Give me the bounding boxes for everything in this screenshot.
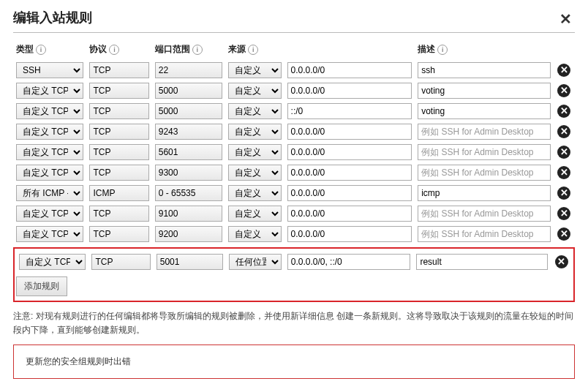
note-text: 注意: 对现有规则进行的任何编辑都将导致所编辑的规则被删除，并使用新详细信息 创… (13, 309, 575, 337)
col-desc: 描述i (415, 40, 554, 60)
source-type-select[interactable]: 自定义 (228, 103, 281, 119)
source-type-select[interactable]: 任何位置 (229, 254, 282, 270)
type-select[interactable]: 自定义 TCP 规 (16, 206, 83, 222)
col-source: 来源i (225, 40, 415, 60)
description-input[interactable] (418, 226, 551, 242)
protocol-input[interactable] (89, 103, 148, 119)
type-select[interactable]: SSH (16, 62, 83, 78)
type-select[interactable]: 自定义 TCP 规 (16, 103, 83, 119)
port-input[interactable] (155, 165, 222, 181)
protocol-input[interactable] (91, 254, 150, 270)
port-input[interactable] (155, 124, 222, 140)
source-ip-input[interactable] (287, 226, 412, 242)
protocol-input[interactable] (89, 62, 148, 78)
source-ip-input[interactable] (287, 254, 411, 270)
description-input[interactable] (418, 144, 551, 160)
info-icon[interactable]: i (109, 45, 119, 55)
description-input[interactable] (418, 83, 551, 99)
table-row: 自定义 TCP 规自定义✕ (13, 80, 575, 101)
protocol-input[interactable] (89, 226, 148, 242)
source-type-select[interactable]: 自定义 (228, 165, 281, 181)
protocol-input[interactable] (89, 206, 148, 222)
info-icon[interactable]: i (192, 45, 203, 55)
type-select[interactable]: 自定义 TCP 规 (19, 254, 86, 270)
port-input[interactable] (155, 144, 222, 160)
delete-rule-icon[interactable]: ✕ (557, 207, 570, 220)
source-ip-input[interactable] (287, 83, 412, 99)
port-input[interactable] (155, 103, 222, 119)
info-icon[interactable]: i (437, 45, 448, 55)
table-row: 自定义 TCP 规自定义✕ (13, 224, 575, 244)
protocol-input[interactable] (89, 144, 148, 160)
description-input[interactable] (418, 124, 551, 140)
port-input[interactable] (155, 185, 222, 201)
table-row: 自定义 TCP 规自定义✕ (13, 203, 575, 224)
col-port: 端口范围i (152, 40, 225, 60)
col-protocol: 协议i (86, 40, 151, 60)
source-ip-input[interactable] (287, 185, 412, 201)
port-input[interactable] (155, 83, 222, 99)
source-type-select[interactable]: 自定义 (228, 124, 281, 140)
type-select[interactable]: 自定义 TCP 规 (16, 83, 83, 99)
source-ip-input[interactable] (287, 103, 412, 119)
description-input[interactable] (416, 254, 548, 270)
add-rule-button[interactable]: 添加规则 (16, 276, 67, 296)
delete-rule-icon[interactable]: ✕ (557, 105, 570, 118)
description-input[interactable] (418, 206, 551, 222)
type-select[interactable]: 所有 ICMP - IPv4 (16, 185, 83, 201)
dialog-title: 编辑入站规则 (13, 9, 575, 26)
description-input[interactable] (418, 165, 551, 181)
type-select[interactable]: 自定义 TCP 规 (16, 124, 83, 140)
table-row: 自定义 TCP 规自定义✕ (13, 162, 575, 183)
source-ip-input[interactable] (287, 165, 412, 181)
description-input[interactable] (418, 103, 551, 119)
port-input[interactable] (155, 226, 222, 242)
source-ip-input[interactable] (287, 206, 412, 222)
table-row: 自定义 TCP 规自定义✕ (13, 142, 575, 162)
info-icon[interactable]: i (36, 45, 46, 55)
description-input[interactable] (418, 185, 551, 201)
delete-rule-icon[interactable]: ✕ (557, 84, 570, 97)
source-type-select[interactable]: 自定义 (228, 144, 281, 160)
source-type-select[interactable]: 自定义 (228, 185, 281, 201)
description-input[interactable] (418, 62, 551, 78)
source-ip-input[interactable] (287, 62, 412, 78)
type-select[interactable]: 自定义 TCP 规 (16, 144, 83, 160)
delete-rule-icon[interactable]: ✕ (557, 64, 570, 77)
col-type: 类型i (13, 40, 86, 60)
delete-rule-icon[interactable]: ✕ (557, 166, 570, 179)
close-icon[interactable]: ✕ (559, 10, 572, 28)
table-row: SSH自定义✕ (13, 60, 575, 80)
delete-rule-icon[interactable]: ✕ (557, 146, 570, 159)
table-row: 所有 ICMP - IPv4自定义✕ (13, 183, 575, 203)
delete-rule-icon[interactable]: ✕ (557, 125, 570, 138)
port-input[interactable] (157, 254, 223, 270)
delete-rule-icon[interactable]: ✕ (557, 187, 570, 200)
info-icon[interactable]: i (248, 45, 258, 55)
port-input[interactable] (155, 206, 222, 222)
type-select[interactable]: 自定义 TCP 规 (16, 226, 83, 242)
error-message: 更新您的安全组规则时出错 (13, 345, 575, 379)
port-input[interactable] (155, 62, 222, 78)
source-type-select[interactable]: 自定义 (228, 62, 281, 78)
source-type-select[interactable]: 自定义 (228, 226, 281, 242)
protocol-input[interactable] (89, 185, 148, 201)
table-row: 自定义 TCP 规自定义✕ (13, 101, 575, 121)
source-ip-input[interactable] (287, 144, 412, 160)
protocol-input[interactable] (89, 165, 148, 181)
protocol-input[interactable] (89, 124, 148, 140)
rules-table: 类型i 协议i 端口范围i 来源i 描述i SSH自定义✕自定义 TCP 规自定… (13, 40, 575, 244)
delete-rule-icon[interactable]: ✕ (557, 227, 570, 241)
source-type-select[interactable]: 自定义 (228, 83, 281, 99)
type-select[interactable]: 自定义 TCP 规 (16, 165, 83, 181)
delete-rule-icon[interactable]: ✕ (555, 255, 568, 268)
source-type-select[interactable]: 自定义 (228, 206, 281, 222)
source-ip-input[interactable] (287, 124, 412, 140)
divider (13, 32, 575, 33)
table-row: 自定义 TCP 规自定义✕ (13, 121, 575, 142)
highlighted-rule: 自定义 TCP 规 任何位置 ✕ 添加规则 (13, 247, 575, 302)
protocol-input[interactable] (89, 83, 148, 99)
